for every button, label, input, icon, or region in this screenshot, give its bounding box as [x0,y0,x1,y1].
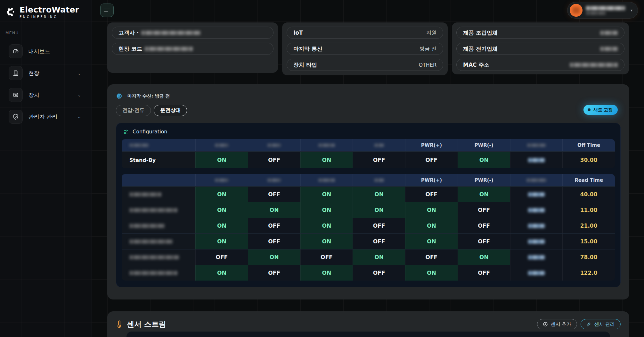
sensor-stream-title: 센서 스트림 [127,319,166,329]
state-cell: ON [300,218,353,233]
building-icon [9,66,23,80]
state-cell: ON [405,265,458,281]
field-label: 제품 전기업체 [463,45,498,53]
field-label: 마지막 통신 [293,45,322,53]
sidebar-item-label: 현장 [29,70,77,77]
field-pill: 제품 전기업체 [456,43,624,55]
column-header [510,174,563,186]
time-cell-redacted [510,249,563,265]
brand-logo[interactable]: ElectroWater ENGINEERING [0,0,92,19]
sidebar-item-3[interactable]: 관리자 관리⌄ [0,106,92,128]
column-header [300,139,353,151]
sidebar-item-label: 관리자 관리 [29,113,77,121]
table-row: ONOFFONONOFFON40.00 [122,186,615,202]
sidebar: ElectroWater ENGINEERING MENU 대시보드현장⌄장치⌄… [0,0,92,337]
shield-icon [9,110,23,124]
column-header [248,139,300,151]
state-cell: OFF [458,218,510,233]
user-menu[interactable]: ▾ [567,2,638,19]
field-value-redacted [600,31,618,35]
time-cell-redacted [510,218,563,233]
column-header [195,174,248,186]
configuration-tables: PWR(+)PWR(-)Off TimeStand-ByONOFFONOFFOF… [122,139,615,281]
config-table-1: PWR(+)PWR(-)Off TimeStand-ByONOFFONOFFOF… [122,139,615,168]
state-cell: OFF [353,265,405,281]
field-pill: MAC 주소 [456,59,624,71]
thermometer-icon [116,320,122,328]
column-header-redacted [129,144,149,147]
time-cell: 30.00 [562,152,615,168]
field-pill: IoT지원 [287,27,443,39]
sidebar-item-1[interactable]: 현장⌄ [0,62,92,84]
configuration-panel: Configuration PWR(+)PWR(-)Off TimeStand-… [116,123,621,287]
row-name-cell [122,234,195,249]
state-cell: OFF [300,249,353,265]
state-cell: ON [195,152,248,168]
row-name-cell: Stand-By [122,152,195,168]
column-header-redacted [215,179,228,182]
state-cell: OFF [195,249,248,265]
state-cell: ON [353,187,405,202]
state-cell: ON [405,218,458,233]
time-cell: 78.00 [562,249,615,265]
cpu-icon [116,93,123,99]
time-cell-redacted [510,152,563,168]
state-cell: OFF [405,152,458,168]
chevron-down-icon: ⌄ [77,114,81,119]
column-header [300,174,353,186]
add-sensor-button[interactable]: 센서 추가 [537,319,577,329]
brand-logo-icon [6,7,16,17]
state-cell: ON [353,202,405,218]
state-cell: OFF [458,265,510,281]
app-window: ElectroWater ENGINEERING MENU 대시보드현장⌄장치⌄… [0,0,644,337]
field-value: OTHER [419,62,436,68]
sidebar-item-0[interactable]: 대시보드 [0,40,92,62]
tab-0[interactable]: 전압·전류 [116,105,151,116]
chevron-down-icon: ⌄ [77,71,81,76]
avatar [570,4,583,17]
column-header [195,139,248,151]
field-pill: 고객사 · [112,27,273,39]
state-cell: ON [300,202,353,218]
sidebar-nav: 대시보드현장⌄장치⌄관리자 관리⌄ [0,40,92,128]
state-cell: ON [248,202,300,218]
config-table-2: PWR(+)PWR(-)Read TimeONOFFONONOFFON40.00… [122,174,615,281]
user-name-redacted [586,6,625,10]
row-name-redacted [129,192,161,197]
sensor-stream-panel: 센서 스트림 센서 추가 센서 관리 [107,311,629,337]
brand-name: ElectroWater [20,6,79,14]
sidebar-item-2[interactable]: 장치⌄ [0,84,92,106]
refresh-button[interactable]: 새로 고침 [583,105,618,115]
state-cell: ON [300,234,353,249]
sidebar-item-label: 대시보드 [29,48,92,55]
wrench-icon [586,322,591,327]
chevron-down-icon: ⌄ [77,93,81,97]
row-name-redacted [129,271,177,275]
row-name-redacted [129,255,179,259]
field-value: 지원 [426,29,436,36]
column-header-redacted [318,144,335,147]
sliders-icon [123,129,129,135]
manage-sensor-button[interactable]: 센서 관리 [581,319,621,329]
field-label: 장치 타입 [293,61,317,69]
state-cell: OFF [405,249,458,265]
state-cell: ON [195,218,248,233]
topbar: ▾ [92,0,644,21]
state-cell: OFF [248,187,300,202]
column-header: PWR(-) [458,139,510,151]
field-value-redacted [141,31,200,35]
column-header-redacted [527,144,546,147]
time-cell-redacted [510,265,563,281]
state-cell: ON [195,234,248,249]
row-name-redacted [129,208,177,212]
table-row: Stand-ByONOFFONOFFOFFON30.00 [122,151,615,168]
table-row: ONOFFONOFFONOFF122.0 [122,265,615,281]
info-card-1: 고객사 ·현장 코드 [107,22,278,73]
state-cell: ON [458,152,510,168]
column-header: PWR(+) [405,139,458,151]
state-cell: ON [300,152,353,168]
tab-1[interactable]: 운전상태 [154,105,187,116]
row-name-cell [122,249,195,265]
menu-toggle-button[interactable] [100,4,114,17]
refresh-dot-icon [588,108,591,111]
